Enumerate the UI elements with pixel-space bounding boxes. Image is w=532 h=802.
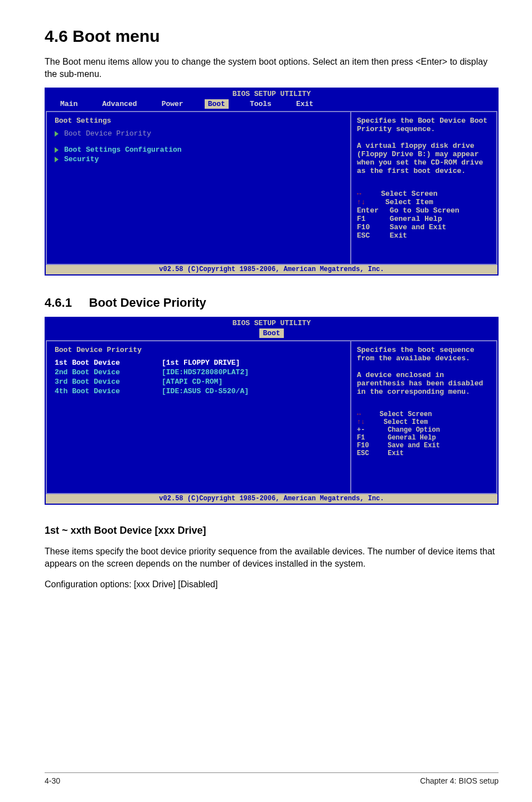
key-row: ↔ Select Screen xyxy=(357,410,491,418)
bios-title: BIOS SETUP UTILITY xyxy=(46,89,497,98)
option-config-line: Configuration options: [xxx Drive] [Disa… xyxy=(45,578,499,591)
bios-help-pane: Specifies the Boot Device Boot Priority … xyxy=(350,112,497,265)
row-label: 1st Boot Device xyxy=(55,359,155,367)
key-desc: Change Option xyxy=(388,426,440,434)
tab-power[interactable]: Power xyxy=(158,99,187,109)
option-description: These items specify the boot device prio… xyxy=(45,545,499,569)
submenu-icon xyxy=(55,157,59,162)
key-desc: General Help xyxy=(390,215,442,223)
key-row: F1 General Help xyxy=(357,215,491,223)
key-row: +- Change Option xyxy=(357,426,491,434)
menu-item-security[interactable]: Security xyxy=(55,155,342,163)
key-row: ESC Exit xyxy=(357,450,491,457)
key-desc: Select Screen xyxy=(380,410,432,418)
key-row: F10 Save and Exit xyxy=(357,223,491,231)
boot-order-row-1[interactable]: 1st Boot Device [1st FLOPPY DRIVE] xyxy=(55,359,342,367)
tab-main[interactable]: Main xyxy=(57,99,81,109)
bios-left-pane: Boot Device Priority 1st Boot Device [1s… xyxy=(46,341,350,494)
bios-title: BIOS SETUP UTILITY xyxy=(46,318,497,327)
key-desc: Save and Exit xyxy=(388,442,440,450)
key-name: Enter xyxy=(357,206,379,215)
key-row: ↑↓ Select Item xyxy=(357,198,491,206)
tab-advanced[interactable]: Advanced xyxy=(99,99,140,109)
key-row: Enter Go to Sub Screen xyxy=(357,206,491,215)
subsection-number: 4.6.1 xyxy=(45,296,72,310)
page-footer: 4-30 Chapter 4: BIOS setup xyxy=(45,772,499,785)
key-row: F10 Save and Exit xyxy=(357,442,491,450)
pane-heading: Boot Device Priority xyxy=(55,346,342,354)
tab-exit[interactable]: Exit xyxy=(293,99,317,109)
key-row: F1 General Help xyxy=(357,434,491,442)
key-help-block: ↔ Select Screen ↑↓ Select Item Enter Go … xyxy=(357,190,491,240)
key-help-block: ↔ Select Screen ↑↓ Select Item +- Change… xyxy=(357,410,491,457)
menu-item-label: Boot Settings Configuration xyxy=(64,146,182,154)
arrows-vertical-icon: ↑↓ xyxy=(357,418,365,426)
tab-tools[interactable]: Tools xyxy=(246,99,275,109)
menu-item-boot-settings-configuration[interactable]: Boot Settings Configuration xyxy=(55,146,342,154)
page-number: 4-30 xyxy=(45,776,60,785)
key-row: ↔ Select Screen xyxy=(357,190,491,198)
row-label: 3rd Boot Device xyxy=(55,378,155,386)
key-desc: Go to Sub Screen xyxy=(390,206,460,215)
bios-menubar: Main Advanced Power Boot Tools Exit xyxy=(46,98,497,111)
menu-item-boot-device-priority[interactable]: Boot Device Priority xyxy=(55,129,342,138)
menu-item-label: Security xyxy=(64,155,99,163)
chapter-name: Chapter 4: BIOS setup xyxy=(420,776,499,785)
key-name: ESC xyxy=(357,231,370,240)
bios-help-pane: Specifies the boot sequence from the ava… xyxy=(350,341,497,494)
key-name: F1 xyxy=(357,215,366,223)
submenu-icon xyxy=(55,131,59,137)
help-text: Specifies the boot sequence from the ava… xyxy=(357,346,491,396)
pane-heading: Boot Settings xyxy=(55,117,342,125)
key-desc: General Help xyxy=(388,434,436,442)
boot-order-row-3[interactable]: 3rd Boot Device [ATAPI CD-ROM] xyxy=(55,378,342,386)
option-heading: 1st ~ xxth Boot Device [xxx Drive] xyxy=(45,525,499,537)
row-value: [IDE:ASUS CD-S520/A] xyxy=(162,387,249,395)
subsection-heading: 4.6.1 Boot Device Priority xyxy=(45,296,499,310)
arrows-vertical-icon: ↑↓ xyxy=(357,198,366,206)
key-desc: Select Item xyxy=(384,418,428,426)
subsection-title: Boot Device Priority xyxy=(89,296,206,310)
key-name: ESC xyxy=(357,450,369,457)
help-text: Specifies the Boot Device Boot Priority … xyxy=(357,117,491,175)
key-desc: Select Screen xyxy=(381,190,437,198)
key-name: F10 xyxy=(357,442,369,450)
section-intro: The Boot menu items allow you to change … xyxy=(45,56,499,80)
bios-footer: v02.58 (C)Copyright 1985-2006, American … xyxy=(46,494,497,504)
key-name: F10 xyxy=(357,223,370,231)
key-desc: Select Item xyxy=(385,198,433,206)
row-label: 4th Boot Device xyxy=(55,387,155,395)
bios-left-pane: Boot Settings Boot Device Priority Boot … xyxy=(46,112,350,265)
row-value: [1st FLOPPY DRIVE] xyxy=(162,359,240,367)
boot-order-row-2[interactable]: 2nd Boot Device [IDE:HDS728080PLAT2] xyxy=(55,368,342,376)
section-heading: 4.6 Boot menu xyxy=(45,27,499,46)
bios-screen-boot-settings: BIOS SETUP UTILITY Main Advanced Power B… xyxy=(45,88,499,276)
key-name: +- xyxy=(357,426,365,434)
menu-item-label: Boot Device Priority xyxy=(64,129,151,138)
tab-boot[interactable]: Boot xyxy=(259,328,283,338)
row-value: [IDE:HDS728080PLAT2] xyxy=(162,368,249,376)
bios-menubar: Boot xyxy=(46,327,497,340)
key-desc: Exit xyxy=(388,450,404,457)
key-row: ESC Exit xyxy=(357,231,491,240)
bios-screen-boot-device-priority: BIOS SETUP UTILITY Boot Boot Device Prio… xyxy=(45,317,499,505)
arrows-horizontal-icon: ↔ xyxy=(357,190,361,198)
key-row: ↑↓ Select Item xyxy=(357,418,491,426)
row-value: [ATAPI CD-ROM] xyxy=(162,378,223,386)
key-desc: Exit xyxy=(390,231,407,240)
key-name: F1 xyxy=(357,434,365,442)
row-label: 2nd Boot Device xyxy=(55,368,155,376)
boot-order-row-4[interactable]: 4th Boot Device [IDE:ASUS CD-S520/A] xyxy=(55,387,342,395)
bios-footer: v02.58 (C)Copyright 1985-2006, American … xyxy=(46,265,497,274)
submenu-icon xyxy=(55,147,59,153)
tab-boot[interactable]: Boot xyxy=(205,99,229,109)
arrows-horizontal-icon: ↔ xyxy=(357,410,361,418)
key-desc: Save and Exit xyxy=(390,223,446,231)
